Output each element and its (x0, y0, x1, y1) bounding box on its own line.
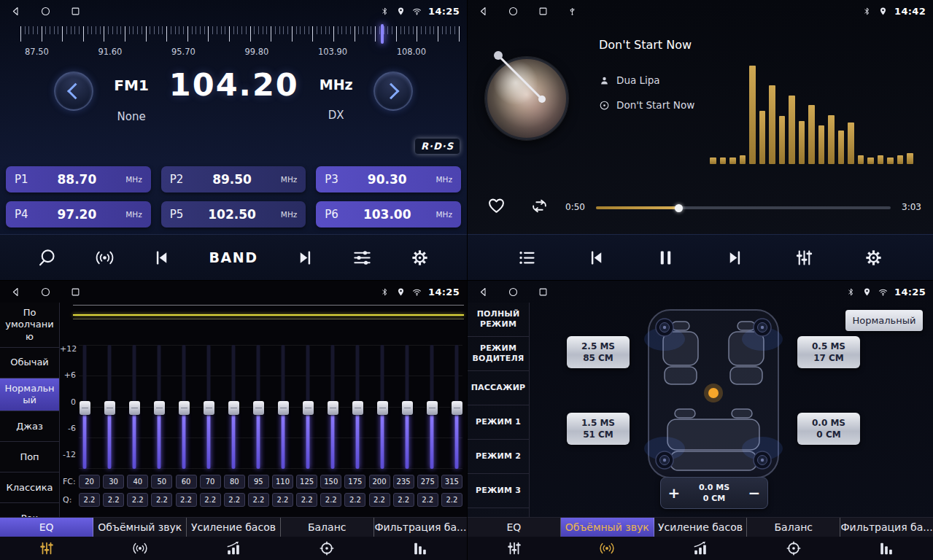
audio-settings-tab[interactable]: Объёмный звук (93, 518, 187, 537)
slider-knob[interactable] (154, 401, 165, 415)
slider-track[interactable] (207, 345, 211, 469)
recents-square-icon[interactable] (70, 287, 81, 298)
favorite-heart-icon[interactable] (487, 195, 506, 215)
eq-band-slider[interactable] (277, 345, 289, 469)
eq-band-slider[interactable] (252, 345, 264, 469)
eq-preset-item[interactable]: По умолчанию (0, 303, 59, 348)
slider-track[interactable] (356, 345, 360, 469)
slider-knob[interactable] (303, 401, 314, 415)
recents-square-icon[interactable] (538, 6, 549, 17)
surround-tab[interactable] (93, 537, 187, 560)
preset-button[interactable]: P3 90.30 MHz (316, 166, 461, 192)
listening-mode-item[interactable]: РЕЖИМ ВОДИТЕЛЯ (468, 337, 529, 371)
playlist-icon[interactable] (517, 248, 537, 268)
slider-knob[interactable] (80, 401, 90, 415)
eq-band-slider[interactable] (327, 345, 338, 469)
increase-delay-button[interactable]: + (661, 484, 687, 502)
slider-knob[interactable] (452, 401, 462, 415)
front-left-delay-button[interactable]: 2.5 MS 85 CM (567, 336, 630, 368)
slider-knob[interactable] (129, 401, 140, 415)
next-track-icon[interactable] (725, 248, 745, 268)
eq-preset-item[interactable]: Нормальный (0, 378, 59, 412)
eq-band-slider[interactable] (178, 345, 190, 469)
slider-knob[interactable] (253, 401, 264, 415)
repeat-icon[interactable] (530, 197, 549, 215)
slider-track[interactable] (83, 345, 87, 469)
eq-band-slider[interactable] (203, 345, 214, 469)
eq-band-slider[interactable] (128, 345, 140, 469)
eq-preset-item[interactable]: Обычай (0, 348, 59, 378)
recents-square-icon[interactable] (538, 287, 549, 298)
next-station-icon[interactable] (295, 248, 315, 268)
slider-knob[interactable] (228, 401, 239, 415)
slider-track[interactable] (306, 345, 310, 469)
balance-tab[interactable] (747, 537, 840, 560)
eq-tab[interactable] (468, 537, 561, 560)
bass-boost-tab[interactable] (187, 537, 280, 560)
slider-knob[interactable] (377, 401, 388, 415)
listening-mode-item[interactable]: РЕЖИМ 1 (468, 405, 529, 440)
slider-track[interactable] (430, 345, 434, 469)
home-circle-icon[interactable] (40, 287, 51, 298)
bass-boost-tab[interactable] (654, 537, 747, 560)
eq-band-slider[interactable] (376, 345, 388, 469)
slider-track[interactable] (331, 345, 335, 469)
preset-button[interactable]: P4 97.20 MHz (6, 201, 151, 228)
slider-knob[interactable] (204, 401, 214, 415)
settings-gear-icon[interactable] (864, 248, 883, 268)
audio-settings-tab[interactable]: Фильтрация ба... (374, 518, 467, 537)
slider-knob[interactable] (402, 401, 413, 415)
slider-track[interactable] (232, 345, 236, 469)
listening-mode-item[interactable]: ПАССАЖИР (468, 371, 529, 405)
audio-settings-tab[interactable]: Усиление басов (187, 518, 280, 537)
slider-knob[interactable] (352, 401, 363, 415)
eq-tab[interactable] (0, 537, 93, 560)
audio-settings-tab[interactable]: Усиление басов (654, 518, 748, 537)
band-button[interactable]: BAND (209, 249, 258, 265)
slider-knob[interactable] (427, 401, 438, 415)
slider-track[interactable] (257, 345, 260, 469)
listening-mode-item[interactable]: РЕЖИМ 2 (468, 440, 529, 474)
pause-icon[interactable] (656, 248, 675, 268)
slider-track[interactable] (282, 345, 285, 469)
tune-down-button[interactable] (54, 71, 93, 111)
filter-tab[interactable] (840, 537, 933, 560)
eq-band-slider[interactable] (401, 345, 413, 469)
back-icon[interactable] (478, 287, 489, 298)
broadcast-icon[interactable] (95, 248, 115, 268)
audio-settings-tab[interactable]: EQ (468, 518, 561, 537)
eq-band-slider[interactable] (352, 345, 363, 469)
eq-band-slider[interactable] (104, 345, 115, 469)
home-circle-icon[interactable] (508, 287, 519, 298)
home-circle-icon[interactable] (508, 6, 519, 17)
settings-gear-icon[interactable] (410, 248, 430, 268)
preset-button[interactable]: P6 103.00 MHz (316, 201, 461, 228)
preset-button[interactable]: P5 102.50 MHz (161, 201, 306, 228)
surround-tab[interactable] (561, 537, 654, 560)
slider-track[interactable] (182, 345, 186, 469)
progress-knob[interactable] (675, 204, 683, 212)
decrease-delay-button[interactable]: − (741, 484, 767, 502)
tune-up-button[interactable] (373, 71, 413, 111)
sound-preset-button[interactable]: Нормальный (845, 310, 923, 331)
eq-preset-item[interactable]: Поп (0, 442, 59, 472)
back-icon[interactable] (10, 6, 21, 17)
audio-settings-tab[interactable]: EQ (0, 518, 93, 537)
balance-tab[interactable] (280, 537, 373, 560)
slider-knob[interactable] (278, 401, 289, 415)
tune-sliders-icon[interactable] (352, 248, 372, 268)
slider-track[interactable] (158, 345, 161, 469)
preset-button[interactable]: P2 89.50 MHz (161, 166, 306, 192)
home-circle-icon[interactable] (40, 6, 51, 17)
audio-settings-tab[interactable]: Баланс (281, 518, 374, 537)
front-right-delay-button[interactable]: 0.5 MS 17 CM (797, 336, 860, 368)
listening-mode-item[interactable]: РЕЖИМ 3 (468, 474, 529, 508)
listening-mode-item[interactable]: ПОЛНЫЙ РЕЖИМ (468, 303, 529, 337)
scan-icon[interactable] (37, 248, 57, 268)
eq-band-slider[interactable] (79, 345, 90, 469)
audio-settings-tab[interactable]: Баланс (747, 518, 840, 537)
back-icon[interactable] (478, 6, 489, 17)
progress-bar[interactable] (596, 206, 891, 209)
filter-tab[interactable] (373, 537, 467, 560)
previous-station-icon[interactable] (152, 248, 171, 268)
